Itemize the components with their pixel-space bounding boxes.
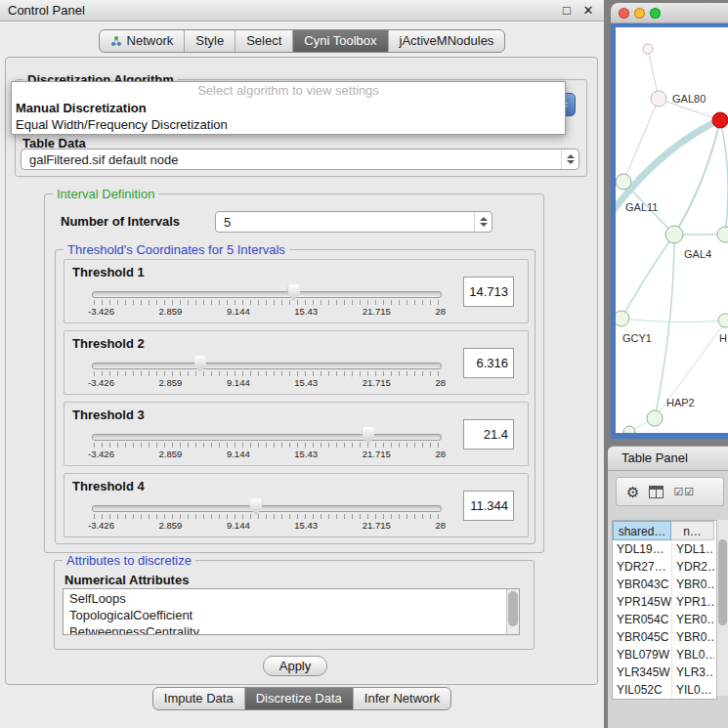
apply-button[interactable]: Apply — [263, 656, 327, 676]
tab-label: Select — [246, 30, 281, 52]
tab-jactivemnodules[interactable]: jActiveMNodules — [388, 30, 505, 52]
control-panel-tab-group: Network Style Select Cyni Toolbox jActiv… — [99, 29, 506, 53]
scrollbar-thumb[interactable] — [718, 539, 727, 625]
scale-tick-label: -3.426 — [88, 449, 114, 459]
network-node-selected-red[interactable] — [712, 112, 728, 128]
network-node[interactable] — [717, 227, 728, 242]
tab-infer-network[interactable]: Infer Network — [353, 688, 450, 709]
list-scrollbar[interactable] — [506, 589, 519, 634]
numerical-attributes-list[interactable]: SelfLoopsTopologicalCoefficientBetweenne… — [63, 588, 520, 635]
control-panel-window: Control Panel □ ✕ Network Style Select C… — [0, 0, 605, 728]
table-scrollbar[interactable] — [716, 520, 728, 696]
slider-thumb[interactable] — [250, 498, 263, 515]
table-row[interactable]: YDL19…YDL1… — [613, 540, 716, 558]
node-label-hap2: HAP2 — [666, 397, 695, 408]
table-row[interactable]: YBR043CYBR0… — [613, 576, 716, 593]
threshold-1-slider[interactable] — [92, 283, 442, 305]
slider-track[interactable] — [92, 291, 442, 298]
threshold-label: Threshold 1 — [72, 265, 145, 279]
network-node-gcy1[interactable] — [616, 311, 629, 326]
table-row[interactable]: YPR145WYPR1… — [613, 593, 716, 611]
columns-icon[interactable] — [649, 486, 664, 498]
threshold-1-value-field[interactable]: 14.713 — [463, 277, 514, 307]
group-title: Interval Definition — [53, 187, 158, 201]
tab-network[interactable]: Network — [100, 30, 185, 52]
column-header[interactable]: n… — [671, 521, 714, 540]
tab-select[interactable]: Select — [235, 30, 292, 52]
slider-thumb[interactable] — [287, 284, 300, 301]
group-title: Threshold's Coordinates for 5 Intervals — [64, 242, 289, 257]
scale-tick-label: 28 — [435, 377, 446, 388]
table-panel-header: Table Panel — [608, 446, 728, 471]
table-row[interactable]: YDR27…YDR2… — [613, 558, 716, 576]
table-row[interactable]: YIL052CYIL0… — [613, 681, 716, 699]
gear-icon[interactable]: ⚙ — [626, 485, 639, 499]
slider-scale: -3.4262.8599.14415.4321.71528 — [88, 306, 446, 317]
tab-discretize-data[interactable]: Discretize Data — [244, 688, 353, 709]
slider-thumb[interactable] — [362, 427, 374, 444]
slider-track[interactable] — [92, 363, 442, 369]
list-item[interactable]: SelfLoops — [64, 590, 506, 607]
scale-tick-label: 21.715 — [363, 520, 391, 531]
table-row[interactable]: YER054CYER0… — [613, 611, 716, 628]
combo-stepper-icon — [561, 150, 578, 169]
close-traffic-light-icon[interactable] — [619, 8, 629, 19]
column-header[interactable]: shared… — [613, 521, 671, 540]
threshold-2-slider[interactable] — [92, 355, 442, 376]
tab-style[interactable]: Style — [184, 30, 235, 52]
network-node[interactable] — [718, 314, 728, 327]
table-cell: YDR27… — [613, 558, 671, 576]
table-row[interactable]: YLR345WYLR3… — [613, 664, 716, 681]
slider-track[interactable] — [92, 505, 442, 512]
table-data-combo[interactable]: galFiltered.sif default node — [21, 149, 579, 170]
tab-label: Discretize Data — [256, 688, 342, 709]
threshold-2-value-field[interactable]: 6.316 — [463, 348, 514, 378]
zoom-traffic-light-icon[interactable] — [650, 8, 661, 19]
slider-track[interactable] — [92, 434, 442, 441]
network-node-gal80[interactable] — [651, 91, 666, 107]
scale-tick-label: 15.43 — [294, 306, 318, 317]
dropdown-option-manual-discretization[interactable]: Manual Discretization — [12, 100, 565, 116]
tab-impute-data[interactable]: Impute Data — [153, 688, 244, 709]
dropdown-option-equal-width[interactable]: Equal Width/Frequency Discretization — [12, 116, 565, 133]
threshold-2-panel: Threshold 2 -3.4262.8599.14415.4321.7152… — [64, 330, 529, 395]
tab-cyni-toolbox[interactable]: Cyni Toolbox — [292, 30, 387, 52]
scale-tick-label: 15.43 — [294, 449, 318, 459]
network-canvas[interactable]: GAL80 GAL11 GAL4 GCY1 HAP2 H — [616, 27, 728, 433]
select-columns-icon[interactable]: ☑☑ — [673, 486, 695, 498]
threshold-4-value-field[interactable]: 11.344 — [463, 491, 514, 521]
scale-tick-label: 21.715 — [363, 306, 391, 317]
network-edge — [616, 117, 725, 215]
network-node-gal4[interactable] — [665, 226, 683, 243]
network-node-hap2[interactable] — [647, 410, 663, 426]
threshold-3-slider[interactable] — [92, 426, 442, 448]
list-item[interactable]: BetweennessCentrality — [64, 623, 506, 635]
float-window-icon[interactable]: □ — [559, 3, 575, 19]
scale-tick-label: 21.715 — [363, 377, 391, 388]
interval-definition-group: Interval Definition Number of Intervals … — [44, 193, 544, 553]
network-node-gal11[interactable] — [616, 174, 631, 190]
threshold-4-slider[interactable] — [92, 497, 442, 519]
table-row[interactable]: YBR045CYBR0… — [613, 628, 716, 646]
table-cell: YER054C — [613, 611, 671, 628]
table-row[interactable]: YBL079WYBL0… — [613, 646, 716, 664]
scrollbar-thumb[interactable] — [508, 591, 518, 626]
right-region: GAL80 GAL11 GAL4 GCY1 HAP2 H Table Panel… — [604, 0, 728, 728]
number-of-intervals-combo[interactable]: 5 — [215, 211, 492, 233]
control-panel-titlebar: Control Panel □ ✕ — [0, 0, 604, 21]
top-tab-bar: Network Style Select Cyni Toolbox jActiv… — [0, 29, 604, 53]
network-node[interactable] — [643, 44, 653, 54]
tab-label: Infer Network — [364, 688, 440, 709]
network-edge — [720, 120, 728, 235]
table-header-row: shared…n… — [613, 521, 716, 540]
list-item[interactable]: TopologicalCoefficient — [64, 607, 506, 623]
network-view-frame: GAL80 GAL11 GAL4 GCY1 HAP2 H — [611, 23, 728, 439]
scale-tick-label: 2.859 — [159, 449, 183, 459]
threshold-3-value-field[interactable]: 21.4 — [463, 419, 514, 450]
slider-thumb[interactable] — [193, 356, 206, 372]
table-panel-title: Table Panel — [621, 447, 688, 470]
close-icon[interactable]: ✕ — [580, 3, 596, 19]
network-edge — [674, 120, 720, 235]
minimize-traffic-light-icon[interactable] — [634, 8, 645, 19]
network-node[interactable] — [623, 426, 635, 433]
